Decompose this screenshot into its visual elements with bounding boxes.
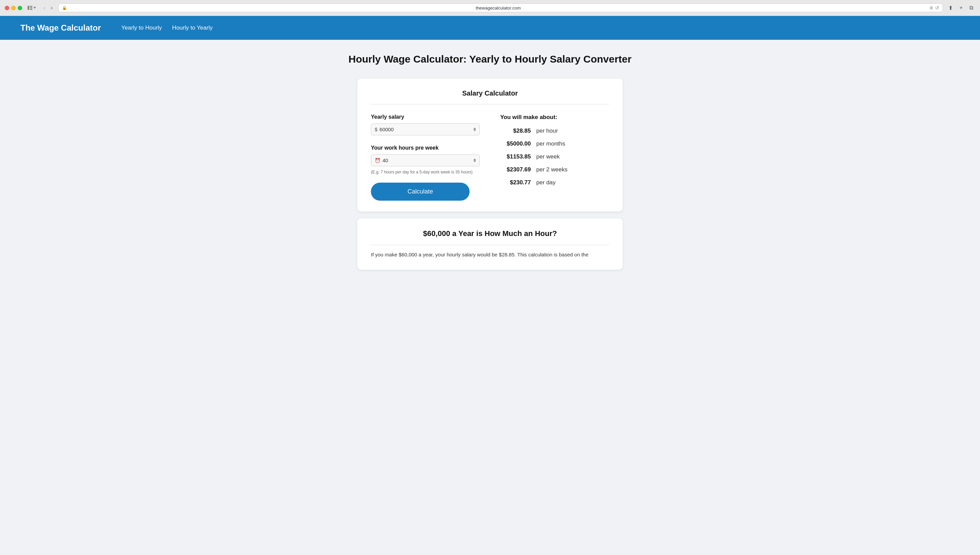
website: The Wage Calculator Yearly to Hourly Hou…: [0, 16, 980, 555]
result-row-month: $5000.00 per months: [500, 140, 609, 147]
calculator-card: Salary Calculator Yearly salary $ Your w…: [357, 79, 623, 212]
reader-mode-icon: ⊞: [930, 5, 933, 10]
traffic-light-green[interactable]: [18, 6, 22, 10]
share-button[interactable]: ⬆: [946, 4, 955, 12]
back-button[interactable]: ‹: [42, 4, 47, 11]
hours-spinner-up-icon[interactable]: [473, 159, 476, 160]
traffic-light-yellow[interactable]: [11, 6, 16, 10]
page-title: Hourly Wage Calculator: Yearly to Hourly…: [7, 53, 973, 65]
dollar-prefix: $: [374, 127, 378, 132]
result-row-day: $230.77 per day: [500, 179, 609, 186]
result-amount-hour: $28.85: [500, 128, 531, 134]
page-content: Hourly Wage Calculator: Yearly to Hourly…: [0, 40, 980, 555]
reload-icon[interactable]: ↺: [935, 5, 939, 11]
spinner-up-icon[interactable]: [473, 128, 476, 129]
traffic-light-red[interactable]: [5, 6, 9, 10]
info-card-text: If you make $60,000 a year, your hourly …: [371, 251, 609, 259]
result-amount-day: $230.77: [500, 179, 531, 186]
hours-label: Your work hours pre week: [371, 145, 480, 151]
spinner-down-icon[interactable]: [473, 130, 476, 131]
result-row-2weeks: $2307.69 per 2 weeks: [500, 166, 609, 173]
browser-toolbar: ‹ › 🔒 ⊞ ↺ ⬆ + ⧉: [5, 3, 975, 12]
address-bar-container: 🔒 ⊞ ↺: [58, 3, 943, 12]
sidebar-toggle-button[interactable]: [26, 5, 38, 11]
security-icon: 🔒: [62, 5, 67, 10]
info-card-divider: [371, 245, 609, 245]
nav-link-hourly-to-yearly[interactable]: Hourly to Yearly: [172, 24, 213, 31]
yearly-salary-input-wrapper: $: [371, 124, 480, 135]
yearly-salary-spinner[interactable]: [473, 128, 476, 131]
result-amount-week: $1153.85: [500, 153, 531, 160]
result-row-hour: $28.85 per hour: [500, 128, 609, 134]
yearly-salary-input[interactable]: [379, 127, 471, 132]
calc-inputs: Yearly salary $ Your work hours pre week…: [371, 114, 480, 201]
hours-spinner[interactable]: [473, 159, 476, 162]
result-period-week: per week: [536, 153, 560, 160]
result-period-month: per months: [536, 140, 565, 147]
calculator-layout: Yearly salary $ Your work hours pre week…: [371, 114, 609, 201]
new-tab-button[interactable]: +: [958, 4, 965, 11]
tab-overview-button[interactable]: ⧉: [967, 4, 975, 11]
address-bar[interactable]: [69, 5, 928, 11]
forward-button[interactable]: ›: [49, 4, 55, 11]
result-amount-month: $5000.00: [500, 140, 531, 147]
nav-buttons: ‹ ›: [42, 4, 55, 11]
result-amount-2weeks: $2307.69: [500, 166, 531, 173]
nav-links: Yearly to Hourly Hourly to Yearly: [121, 24, 212, 31]
clock-icon: ⏰: [374, 158, 381, 163]
info-card: $60,000 a Year is How Much an Hour? If y…: [357, 218, 623, 269]
card-divider: [371, 104, 609, 104]
hours-input[interactable]: [382, 157, 471, 163]
hours-input-wrapper: ⏰: [371, 154, 480, 166]
hours-hint: (E.g. 7 hours per day for a 5-day work w…: [371, 170, 480, 175]
calc-results: You will make about: $28.85 per hour $50…: [500, 114, 609, 201]
traffic-lights: [5, 6, 22, 10]
site-nav: The Wage Calculator Yearly to Hourly Hou…: [0, 16, 980, 40]
svg-rect-2: [30, 8, 32, 8]
calculate-button[interactable]: Calculate: [371, 183, 469, 201]
browser-actions: ⬆ + ⧉: [946, 4, 975, 12]
card-title: Salary Calculator: [371, 90, 609, 97]
result-period-day: per day: [536, 179, 556, 186]
result-period-hour: per hour: [536, 128, 558, 134]
site-logo[interactable]: The Wage Calculator: [21, 23, 101, 33]
yearly-salary-label: Yearly salary: [371, 114, 480, 120]
results-heading: You will make about:: [500, 114, 609, 121]
result-row-week: $1153.85 per week: [500, 153, 609, 160]
svg-rect-1: [30, 6, 32, 7]
svg-rect-3: [30, 9, 32, 10]
svg-rect-0: [27, 6, 29, 10]
hours-spinner-down-icon[interactable]: [473, 160, 476, 162]
info-card-title: $60,000 a Year is How Much an Hour?: [371, 229, 609, 238]
nav-link-yearly-to-hourly[interactable]: Yearly to Hourly: [121, 24, 162, 31]
result-period-2weeks: per 2 weeks: [536, 166, 567, 173]
browser-chrome: ‹ › 🔒 ⊞ ↺ ⬆ + ⧉: [0, 0, 980, 16]
